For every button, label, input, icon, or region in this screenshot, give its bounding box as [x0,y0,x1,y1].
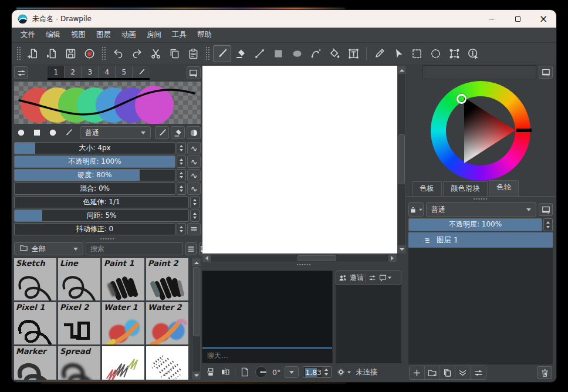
window-close-button[interactable]: × [530,10,556,28]
layer-blend-dropdown[interactable]: 普通 [426,202,536,217]
brush-slot-1[interactable]: 1 [48,66,65,78]
transform-tool-button[interactable] [445,45,464,62]
slider-spinner[interactable] [190,209,200,222]
slider-menu-button[interactable] [187,223,201,235]
preset-filter-dropdown[interactable]: 全部 [14,242,83,255]
menu-item-3[interactable]: 图层 [91,28,116,42]
color-wheel[interactable] [431,81,530,181]
layer-splitter-handle[interactable] [406,197,555,201]
zoom-spinbox[interactable]: 1.83 [303,366,332,378]
pressure-curve-button[interactable]: ∿ [187,169,201,181]
zoom-options-button[interactable] [336,367,351,377]
nib-circle[interactable] [46,126,60,139]
last-used-colors[interactable] [422,65,536,79]
brush-preset-line[interactable]: Line [58,258,100,300]
brush-tool-button[interactable] [213,45,231,62]
rectangle-tool-button[interactable] [269,45,288,62]
saturation-triangle[interactable] [431,81,530,181]
layer-properties-button[interactable] [471,366,486,379]
slider-spinner[interactable] [177,183,186,195]
flip-horizontal-button[interactable] [220,367,231,377]
window-minimize-button[interactable]: ─ [479,10,505,28]
menu-item-4[interactable]: 动画 [116,28,141,42]
copy-tool-button[interactable] [165,45,184,62]
scroll-up-arrow[interactable] [192,259,200,266]
toolbar-grip[interactable] [102,46,106,60]
opacity-spinner[interactable] [543,218,553,231]
color-dock-panel-button[interactable] [539,66,553,79]
toolbar-grip[interactable] [16,46,21,60]
text-tool-button[interactable] [344,45,363,62]
preset-scrollbar[interactable] [192,258,201,380]
slider-1[interactable]: 不透明度: 100% [14,156,175,168]
scroll-down-arrow[interactable] [398,245,405,253]
fill-tool-button[interactable] [326,45,344,62]
color-tab-2[interactable]: 色轮 [489,180,519,196]
scrollbar-thumb[interactable] [193,267,200,336]
layer-opacity-slider[interactable]: 不透明度: 100% [408,218,542,231]
scroll-up-arrow[interactable] [398,66,405,74]
redo-tool-button[interactable] [128,45,146,62]
brush-preset-pixel-2[interactable]: Pixel 2 [58,302,100,344]
scrollbar-thumb[interactable] [398,134,405,184]
add-layer-button[interactable] [410,366,425,379]
pressure-curve-button[interactable]: ∿ [187,183,201,195]
menu-item-2[interactable]: 视图 [66,28,91,42]
menu-item-1[interactable]: 编辑 [40,28,66,42]
brush-preset-water-1[interactable]: Water 1 [102,302,144,344]
drawing-canvas[interactable] [202,66,397,254]
menu-item-0[interactable]: 文件 [15,28,40,42]
undo-tool-button[interactable] [109,45,127,62]
nib-stroke[interactable] [62,126,76,139]
canvas-vscrollbar[interactable] [397,66,406,254]
preset-search-input[interactable] [86,242,183,255]
nib-blob[interactable] [14,126,28,139]
preset-menu-button[interactable] [185,242,197,255]
brush-preset-spread[interactable]: Spread [58,346,100,380]
duplicate-layer-button[interactable] [440,366,455,379]
brush-settings-button[interactable] [14,66,28,79]
curve-tool-button[interactable] [307,45,325,62]
add-group-button[interactable] [425,366,440,379]
slider-spinner[interactable] [177,169,186,181]
slider-spinner[interactable] [177,223,186,235]
brush-preset-paint-2[interactable]: Paint 2 [146,258,188,300]
brush-dock-panel-button[interactable] [187,66,201,79]
slider-0[interactable]: 大小: 4px [14,142,175,154]
fit-page-button[interactable] [239,367,250,377]
brush-preset-sketch[interactable]: Sketch [14,258,56,300]
paste-tool-button[interactable] [184,45,202,62]
layer-row-0[interactable]: 图层 1 [408,232,553,248]
slider-6[interactable]: 抖动修正: 0 [14,223,175,235]
pointer-tool-button[interactable] [389,45,407,62]
brush-blend-dropdown[interactable]: 普通 [80,126,151,139]
menu-item-6[interactable]: 工具 [167,28,192,42]
eraser-tool-button[interactable] [232,45,250,62]
laser-tool-button[interactable] [464,45,482,62]
record-tool-button[interactable] [80,45,99,62]
open-file-tool-button[interactable] [43,45,61,62]
line-tool-button[interactable] [251,45,269,62]
smudge-mode-button[interactable] [187,126,201,139]
dock-splitter-handle[interactable] [14,236,201,241]
invite-button[interactable]: 邀请 [338,273,364,283]
toolbar-grip[interactable] [205,46,210,60]
slider-3[interactable]: 混合: 0% [14,183,175,195]
delete-layer-button[interactable] [537,366,552,379]
new-file-tool-button[interactable] [24,45,42,62]
color-tab-0[interactable]: 色板 [412,181,442,196]
eraser-slot-tab[interactable] [133,66,150,78]
cut-tool-button[interactable] [147,45,165,62]
flip-vertical-button[interactable] [205,367,216,377]
pressure-curve-button[interactable]: ∿ [187,156,201,168]
select-rect-tool-button[interactable] [408,45,426,62]
chat-toggle-button[interactable] [378,273,392,282]
canvas-hscrollbar[interactable] [202,254,397,262]
slider-spinner[interactable] [177,142,186,154]
scroll-right-arrow[interactable] [388,255,396,262]
slider-spinner[interactable] [177,156,186,168]
colorpicker-tool-button[interactable] [370,45,388,62]
session-settings-button[interactable] [368,273,377,282]
brush-preset-pencil[interactable]: pencil [102,346,144,380]
ellipse-tool-button[interactable] [288,45,306,62]
